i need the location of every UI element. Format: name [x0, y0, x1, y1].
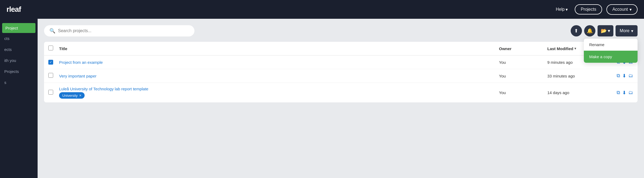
sidebar-item-project[interactable]: Project: [2, 23, 35, 33]
col-owner: Owner: [499, 46, 547, 51]
row3-tag: University ×: [59, 91, 499, 99]
sidebar-item-projects[interactable]: Projects: [0, 66, 38, 77]
header: rleaf Help ▾ Projects Account ▾: [0, 0, 644, 19]
sort-arrow-icon: ▾: [574, 47, 576, 50]
folder-button[interactable]: 📂 ▾: [598, 25, 613, 36]
row2-checkbox-cell: [48, 73, 59, 79]
logo: rleaf: [6, 5, 21, 14]
row3-checkbox-cell: [48, 90, 59, 96]
toolbar: 🔍 ⬆ 🔔 📂 ▾ More ▾: [44, 25, 638, 36]
row2-checkbox[interactable]: [48, 73, 53, 78]
university-tag[interactable]: University ×: [59, 92, 85, 99]
row3-owner: You: [499, 90, 547, 95]
row3-project-link[interactable]: Luleå University of Technology lab repor…: [59, 87, 499, 91]
sidebar-item-s[interactable]: s: [0, 77, 38, 88]
projects-button[interactable]: Projects: [575, 4, 602, 14]
row1-owner: You: [499, 60, 547, 65]
sidebar-item-cts[interactable]: cts: [0, 33, 38, 44]
layout: Project cts ects ith you Projects s 🔍: [0, 19, 644, 178]
col-title: Title: [59, 46, 499, 51]
main-content: 🔍 ⬆ 🔔 📂 ▾ More ▾: [38, 19, 644, 178]
table-row: Luleå University of Technology lab repor…: [44, 83, 638, 102]
toolbar-right: ⬆ 🔔 📂 ▾ More ▾ Rename: [571, 25, 638, 36]
sidebar-item-ects[interactable]: ects: [0, 44, 38, 55]
table-row: Very important paper You 33 minutes ago …: [44, 69, 638, 83]
more-label: More: [620, 28, 629, 33]
tag-remove-icon[interactable]: ×: [79, 93, 81, 98]
row3-modified: 14 days ago: [547, 90, 606, 95]
sync-button[interactable]: 🔔: [584, 25, 595, 36]
dropdown-item-rename[interactable]: Rename: [584, 39, 638, 51]
search-input[interactable]: [58, 28, 189, 33]
row2-title-cell: Very important paper: [59, 74, 499, 78]
row2-download-icon[interactable]: ⬇: [622, 73, 626, 79]
help-button[interactable]: Help ▾: [553, 5, 570, 14]
more-button[interactable]: More ▾: [616, 25, 638, 36]
dropdown-item-make-copy[interactable]: Make a copy: [584, 51, 638, 63]
row2-archive-icon[interactable]: 🗂: [628, 73, 633, 79]
account-button[interactable]: Account ▾: [606, 4, 638, 15]
upload-button[interactable]: ⬆: [571, 25, 582, 36]
table-row: ✓ Project from an example You 9 minutes …: [44, 55, 638, 69]
row3-copy-icon[interactable]: ⧉: [617, 90, 620, 96]
more-chevron-icon: ▾: [631, 28, 633, 34]
header-checkbox-cell: [48, 46, 59, 51]
sync-icon: 🔔: [587, 28, 593, 34]
header-right: Help ▾ Projects Account ▾: [553, 4, 638, 15]
row1-title-cell: Project from an example: [59, 60, 499, 65]
row3-actions: ⧉ ⬇ 🗂: [606, 90, 633, 96]
row3-title-cell: Luleå University of Technology lab repor…: [59, 87, 499, 99]
row3-archive-icon[interactable]: 🗂: [628, 90, 633, 96]
upload-icon: ⬆: [574, 28, 578, 34]
row3-download-icon[interactable]: ⬇: [622, 90, 626, 96]
search-box: 🔍: [44, 25, 194, 36]
row2-project-link[interactable]: Very important paper: [59, 74, 499, 78]
sidebar: Project cts ects ith you Projects s: [0, 19, 38, 178]
projects-label: Projects: [581, 7, 596, 12]
account-chevron-icon: ▾: [629, 7, 632, 12]
row2-owner: You: [499, 74, 547, 78]
table-header: Title Owner Last Modified ▾: [44, 42, 638, 55]
projects-table: Title Owner Last Modified ▾ ✓ Project fr…: [44, 42, 638, 102]
row1-checkbox[interactable]: ✓: [48, 60, 53, 65]
row2-modified: 33 minutes ago: [547, 74, 606, 78]
row1-project-link[interactable]: Project from an example: [59, 60, 499, 65]
select-all-checkbox[interactable]: [48, 46, 53, 50]
folder-chevron-icon: ▾: [608, 28, 610, 34]
dropdown-menu: Rename Make a copy: [584, 39, 638, 63]
sidebar-item-with-you[interactable]: ith you: [0, 55, 38, 66]
folder-icon: 📂: [601, 28, 607, 34]
row2-actions: ⧉ ⬇ 🗂: [606, 73, 633, 79]
help-chevron-icon: ▾: [566, 7, 568, 12]
account-label: Account: [612, 7, 628, 12]
help-label: Help: [556, 7, 565, 12]
row3-checkbox[interactable]: [48, 90, 53, 95]
search-icon: 🔍: [49, 28, 55, 34]
row1-checkbox-cell: ✓: [48, 60, 59, 65]
row2-copy-icon[interactable]: ⧉: [617, 73, 620, 79]
